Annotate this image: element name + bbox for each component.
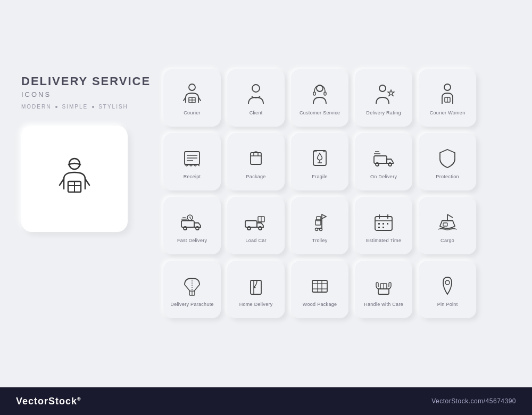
courier-card: Courier <box>163 69 221 127</box>
svg-rect-55 <box>383 223 384 225</box>
trolley-card: Trolley <box>291 197 348 254</box>
package-label: Package <box>246 174 266 180</box>
subtitle-tags: MODERN SIMPLE STYLISH <box>21 104 151 110</box>
fragile-card: Fragile <box>291 133 348 190</box>
svg-point-12 <box>379 85 386 92</box>
receipt-label: Receipt <box>184 174 201 180</box>
wood-package-card: Wood Package <box>291 261 348 318</box>
home-delivery-card: Home Delivery <box>227 261 285 318</box>
svg-rect-56 <box>387 223 388 225</box>
trolley-label: Trolley <box>312 238 328 244</box>
footer-registered: ® <box>77 396 81 402</box>
svg-point-27 <box>376 163 379 166</box>
tag-modern: MODERN <box>21 104 51 110</box>
dot2 <box>92 106 94 108</box>
handle-with-care-card: Handle with Care <box>355 261 412 318</box>
client-card: Client <box>227 69 285 127</box>
protection-card: Protection <box>419 133 476 190</box>
fast-delivery-card: Fast Delivery <box>163 197 221 254</box>
courier-women-card: Courier Women <box>419 69 476 127</box>
svg-point-8 <box>252 85 260 92</box>
footer-logo: VectorStock® <box>16 396 81 407</box>
svg-point-4 <box>189 84 195 90</box>
svg-point-47 <box>320 228 322 230</box>
svg-point-46 <box>315 228 318 230</box>
wood-package-label: Wood Package <box>303 302 337 308</box>
svg-marker-13 <box>388 90 394 96</box>
package-card: Package <box>227 133 285 190</box>
customer-service-label: Customer Service <box>300 110 340 116</box>
icon-row-4: Delivery Parachute Home Delivery <box>163 261 511 318</box>
client-label: Client <box>250 110 263 116</box>
delivery-parachute-card: Delivery Parachute <box>163 261 221 318</box>
svg-point-76 <box>445 280 450 285</box>
svg-point-41 <box>259 227 262 230</box>
delivery-rating-label: Delivery Rating <box>366 110 401 116</box>
tag-stylish: STYLISH <box>98 104 128 110</box>
svg-rect-31 <box>181 221 194 227</box>
svg-point-32 <box>184 227 187 230</box>
svg-point-68 <box>254 286 256 288</box>
footer-bar: VectorStock® VectorStock.com/45674390 <box>0 387 532 415</box>
courier-label: Courier <box>184 110 201 116</box>
right-panel: Courier Client <box>163 69 511 318</box>
delivery-parachute-label: Delivery Parachute <box>170 302 213 308</box>
pin-point-card: Pin Point <box>419 261 476 318</box>
svg-line-63 <box>194 285 200 291</box>
fragile-label: Fragile <box>312 174 328 180</box>
cargo-label: Cargo <box>440 238 454 244</box>
svg-rect-58 <box>383 227 384 228</box>
inner-card: DELIVERY SERVICE ICONS MODERN SIMPLE STY… <box>21 69 511 318</box>
on-delivery-label: On Delivery <box>370 174 397 180</box>
estimated-time-card: Estimated Time <box>355 197 412 254</box>
svg-rect-60 <box>443 223 447 226</box>
customer-service-card: Customer Service <box>291 69 348 127</box>
left-panel: DELIVERY SERVICE ICONS MODERN SIMPLE STY… <box>21 69 151 232</box>
fast-delivery-label: Fast Delivery <box>177 238 207 244</box>
handle-with-care-label: Handle with Care <box>364 302 403 308</box>
footer-logo-text: VectorStock <box>16 396 77 406</box>
svg-point-28 <box>388 163 392 166</box>
icon-row-1: Courier Client <box>163 69 511 127</box>
svg-rect-54 <box>378 223 380 225</box>
svg-rect-11 <box>324 92 326 95</box>
icon-row-3: Fast Delivery Load Car <box>163 197 511 254</box>
protection-label: Protection <box>436 174 459 180</box>
main-content: DELIVERY SERVICE ICONS MODERN SIMPLE STY… <box>0 0 532 387</box>
on-delivery-card: On Delivery <box>355 133 412 190</box>
receipt-card: Receipt <box>163 133 221 190</box>
footer-url: VectorStock.com/45674390 <box>431 397 516 405</box>
svg-rect-57 <box>378 227 380 228</box>
cargo-card: Cargo <box>419 197 476 254</box>
load-car-label: Load Car <box>245 238 266 244</box>
svg-rect-39 <box>245 221 257 227</box>
svg-point-14 <box>444 84 451 90</box>
featured-icon-card <box>21 126 128 232</box>
svg-rect-21 <box>251 153 261 164</box>
svg-rect-26 <box>374 156 387 163</box>
svg-point-33 <box>196 227 199 230</box>
tag-simple: SIMPLE <box>62 104 88 110</box>
load-car-card: Load Car <box>227 197 285 254</box>
courier-women-label: Courier Women <box>430 110 466 116</box>
svg-rect-49 <box>317 217 321 221</box>
pin-point-label: Pin Point <box>437 302 458 308</box>
delivery-rating-card: Delivery Rating <box>355 69 412 127</box>
featured-courier-svg <box>48 152 101 205</box>
icon-row-2: Receipt Package <box>163 133 511 190</box>
main-subtitle: ICONS <box>21 90 151 98</box>
svg-rect-67 <box>251 280 261 294</box>
dot1 <box>55 106 57 108</box>
title-section: DELIVERY SERVICE ICONS MODERN SIMPLE STY… <box>21 69 151 115</box>
svg-rect-10 <box>313 92 315 95</box>
home-delivery-label: Home Delivery <box>239 302 273 308</box>
main-title: DELIVERY SERVICE <box>21 74 151 88</box>
svg-line-62 <box>185 285 190 291</box>
svg-rect-69 <box>312 280 327 292</box>
svg-point-40 <box>247 227 251 230</box>
estimated-time-label: Estimated Time <box>366 238 401 244</box>
